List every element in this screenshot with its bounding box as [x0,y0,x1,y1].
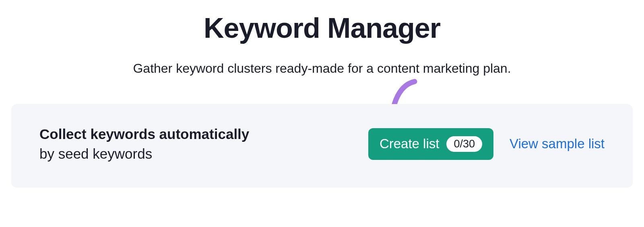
page-title: Keyword Manager [0,12,644,44]
page-subtitle: Gather keyword clusters ready-made for a… [0,61,644,76]
create-list-button-label: Create list [380,136,440,151]
panel-text-group: Collect keywords automatically by seed k… [39,124,249,164]
panel-actions: Create list 0/30 View sample list [368,128,605,160]
list-count-badge: 0/30 [446,136,482,152]
panel-subtitle: by seed keywords [39,144,249,164]
create-list-button[interactable]: Create list 0/30 [368,128,493,160]
collect-keywords-panel: Collect keywords automatically by seed k… [11,104,633,188]
panel-title: Collect keywords automatically [39,124,249,144]
view-sample-list-link[interactable]: View sample list [510,136,605,151]
